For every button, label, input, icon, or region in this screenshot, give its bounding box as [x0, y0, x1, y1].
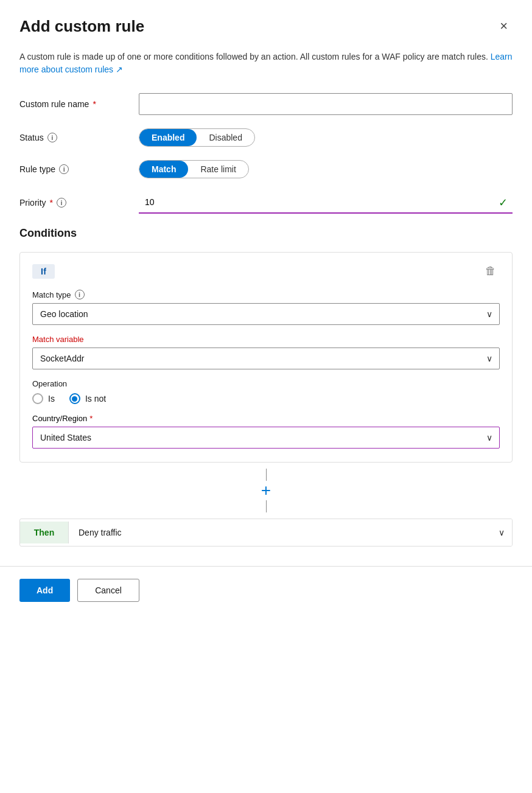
country-region-label: Country/Region * — [32, 414, 500, 423]
rule-type-toggle-wrap: Match Rate limit — [139, 160, 513, 178]
operation-is-option[interactable]: Is — [32, 393, 55, 404]
match-type-info-icon: i — [75, 290, 85, 299]
status-toggle-group: Enabled Disabled — [139, 128, 255, 147]
dialog-description: A custom rule is made up of one or more … — [19, 51, 513, 76]
external-link-icon: ↗ — [116, 65, 123, 74]
dialog-header: Add custom rule × — [19, 17, 513, 36]
required-star: * — [93, 99, 96, 109]
cancel-button[interactable]: Cancel — [77, 579, 139, 602]
priority-input-wrap: ✓ — [139, 192, 513, 214]
close-button[interactable]: × — [495, 17, 513, 35]
status-row: Status i Enabled Disabled — [19, 128, 513, 147]
operation-is-not-radio[interactable] — [69, 393, 80, 404]
country-region-select[interactable]: United States China Russia Germany Franc… — [32, 427, 500, 449]
rule-type-toggle-group: Match Rate limit — [139, 160, 249, 178]
operation-label: Operation — [32, 379, 500, 388]
custom-rule-name-wrap — [139, 93, 513, 115]
custom-rule-name-input[interactable] — [139, 93, 513, 115]
match-variable-select[interactable]: SocketAddr RemoteAddr RequestMethod — [32, 348, 500, 369]
connector-section: + — [19, 463, 513, 519]
match-type-select-wrap: Geo location IP address HTTP header Requ… — [32, 303, 500, 325]
delete-condition-button[interactable]: 🗑 — [481, 264, 500, 279]
add-condition-button[interactable]: + — [256, 481, 276, 500]
match-type-select[interactable]: Geo location IP address HTTP header Requ… — [32, 303, 500, 325]
rule-type-label: Rule type i — [19, 164, 129, 174]
footer-actions: Add Cancel — [19, 579, 513, 602]
status-label: Status i — [19, 133, 129, 142]
operation-section: Operation Is Is not — [32, 379, 500, 404]
operation-is-not-option[interactable]: Is not — [69, 393, 106, 404]
custom-rule-name-label: Custom rule name * — [19, 99, 129, 109]
rule-type-row: Rule type i Match Rate limit — [19, 160, 513, 178]
if-badge: If — [32, 264, 55, 279]
priority-required-star: * — [50, 198, 53, 208]
footer-divider — [0, 566, 532, 567]
status-toggle-wrap: Enabled Disabled — [139, 128, 513, 147]
rule-type-rate-limit-button[interactable]: Rate limit — [188, 161, 248, 178]
connector-line-bottom — [266, 500, 267, 512]
priority-field-wrap: ✓ — [139, 192, 513, 214]
then-action-select-wrap: Deny traffic Allow traffic Log ∨ — [69, 519, 512, 546]
priority-row: Priority * i ✓ — [19, 192, 513, 214]
add-button[interactable]: Add — [19, 579, 70, 602]
priority-input[interactable] — [139, 192, 513, 214]
condition-box: If 🗑 Match type i Geo location IP addres… — [19, 252, 513, 463]
country-region-select-wrap: United States China Russia Germany Franc… — [32, 427, 500, 449]
priority-valid-icon: ✓ — [499, 196, 508, 209]
operation-radio-group: Is Is not — [32, 393, 500, 404]
match-variable-label: Match variable — [32, 335, 500, 344]
match-type-label: Match type i — [32, 290, 500, 299]
add-custom-rule-dialog: Add custom rule × A custom rule is made … — [0, 0, 532, 793]
then-row: Then Deny traffic Allow traffic Log ∨ — [19, 519, 513, 547]
then-action-select[interactable]: Deny traffic Allow traffic Log — [69, 519, 512, 546]
then-badge: Then — [20, 522, 69, 543]
custom-rule-name-row: Custom rule name * — [19, 93, 513, 115]
dialog-title: Add custom rule — [19, 17, 144, 36]
match-variable-select-wrap: SocketAddr RemoteAddr RequestMethod ∨ — [32, 348, 500, 369]
status-disabled-button[interactable]: Disabled — [197, 129, 254, 146]
rule-type-info-icon: i — [59, 164, 69, 174]
status-info-icon: i — [47, 133, 57, 142]
priority-label: Priority * i — [19, 198, 129, 208]
priority-info-icon: i — [57, 198, 66, 208]
connector-line-top — [266, 469, 267, 481]
country-region-required-star: * — [89, 414, 93, 423]
conditions-section-title: Conditions — [19, 227, 513, 240]
operation-is-radio[interactable] — [32, 393, 43, 404]
status-enabled-button[interactable]: Enabled — [139, 129, 197, 146]
rule-type-match-button[interactable]: Match — [139, 161, 188, 178]
condition-header: If 🗑 — [32, 264, 500, 279]
